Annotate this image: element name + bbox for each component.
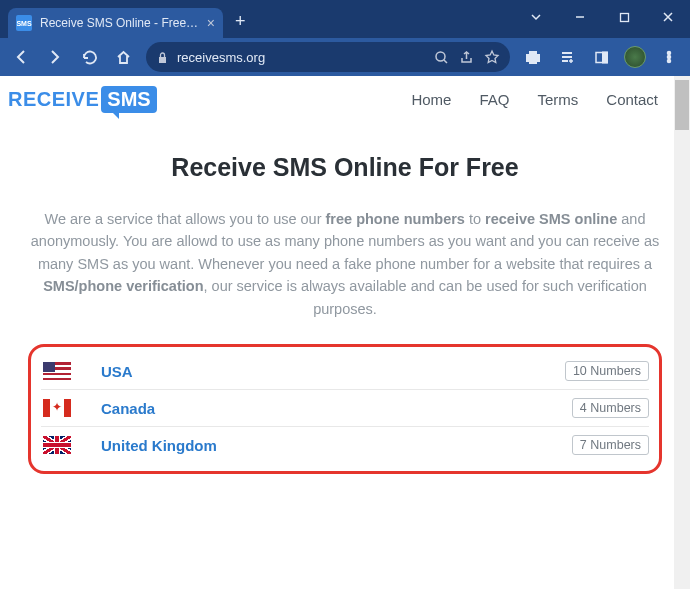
country-link-uk[interactable]: United Kingdom (101, 437, 572, 454)
nav-menu: Home FAQ Terms Contact (411, 91, 658, 108)
address-bar[interactable]: receivesms.org (146, 42, 510, 72)
nav-terms[interactable]: Terms (537, 91, 578, 108)
scrollbar-track[interactable] (674, 76, 690, 589)
new-tab-button[interactable]: + (235, 11, 246, 32)
extensions-icon[interactable] (518, 42, 548, 72)
svg-point-7 (668, 60, 671, 63)
tab-title: Receive SMS Online - Free Temp (40, 16, 201, 30)
country-list-highlight: USA 10 Numbers Canada 4 Numbers United K… (28, 344, 662, 474)
nav-contact[interactable]: Contact (606, 91, 658, 108)
site-header: RECEIVE SMS Home FAQ Terms Contact (0, 76, 690, 123)
browser-toolbar: receivesms.org (0, 38, 690, 76)
flag-us-icon (43, 362, 71, 380)
profile-avatar[interactable] (620, 42, 650, 72)
browser-tab[interactable]: SMS Receive SMS Online - Free Temp × (8, 8, 223, 38)
tab-close-icon[interactable]: × (207, 15, 215, 31)
close-button[interactable] (646, 0, 690, 34)
star-icon[interactable] (484, 49, 500, 65)
svg-point-5 (668, 52, 671, 55)
logo-text-2: SMS (101, 86, 156, 113)
home-button[interactable] (108, 42, 138, 72)
page-title: Receive SMS Online For Free (20, 153, 670, 182)
reading-list-icon[interactable] (552, 42, 582, 72)
main-content: Receive SMS Online For Free We are a ser… (0, 123, 690, 494)
svg-point-6 (668, 56, 671, 59)
nav-faq[interactable]: FAQ (479, 91, 509, 108)
logo-text-1: RECEIVE (8, 88, 99, 111)
country-link-canada[interactable]: Canada (101, 400, 572, 417)
count-badge: 4 Numbers (572, 398, 649, 418)
minimize-button[interactable] (558, 0, 602, 34)
count-badge: 10 Numbers (565, 361, 649, 381)
lock-icon (156, 51, 169, 64)
flag-uk-icon (43, 436, 71, 454)
site-logo[interactable]: RECEIVE SMS (8, 86, 157, 113)
scrollbar-thumb[interactable] (675, 80, 689, 130)
reload-button[interactable] (74, 42, 104, 72)
country-row-usa: USA 10 Numbers (41, 353, 649, 390)
favicon-icon: SMS (16, 15, 32, 31)
count-badge: 7 Numbers (572, 435, 649, 455)
share-icon[interactable] (459, 50, 474, 65)
svg-rect-0 (620, 13, 628, 21)
maximize-button[interactable] (602, 0, 646, 34)
menu-icon[interactable] (654, 42, 684, 72)
country-row-uk: United Kingdom 7 Numbers (41, 427, 649, 463)
country-link-usa[interactable]: USA (101, 363, 565, 380)
side-panel-icon[interactable] (586, 42, 616, 72)
svg-rect-4 (603, 52, 607, 62)
forward-button[interactable] (40, 42, 70, 72)
country-row-canada: Canada 4 Numbers (41, 390, 649, 427)
svg-point-2 (436, 52, 445, 61)
url-text: receivesms.org (177, 50, 434, 65)
zoom-icon[interactable] (434, 50, 449, 65)
chevron-down-icon[interactable] (514, 0, 558, 34)
window-titlebar: SMS Receive SMS Online - Free Temp × + (0, 0, 690, 38)
hero-description: We are a service that allows you to use … (20, 208, 670, 320)
back-button[interactable] (6, 42, 36, 72)
svg-rect-1 (159, 57, 166, 63)
nav-home[interactable]: Home (411, 91, 451, 108)
page-content: RECEIVE SMS Home FAQ Terms Contact Recei… (0, 76, 690, 589)
flag-ca-icon (43, 399, 71, 417)
